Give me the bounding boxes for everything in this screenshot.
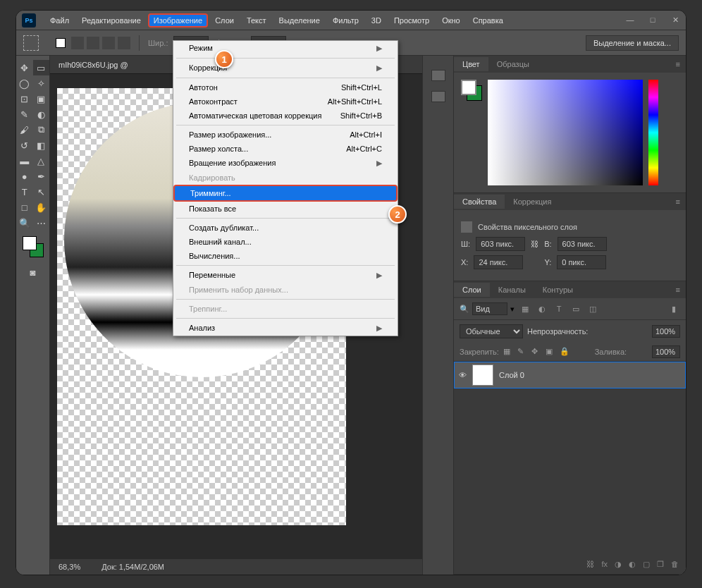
- marquee-tool[interactable]: ▭: [33, 60, 50, 75]
- color-swatch-pair[interactable]: [461, 80, 482, 101]
- menu-item-переменные[interactable]: Переменные▶: [173, 268, 398, 283]
- menu-layers[interactable]: Слои: [209, 13, 240, 27]
- hue-slider[interactable]: [648, 80, 658, 185]
- menu-3d[interactable]: 3D: [366, 13, 387, 27]
- crop-tool[interactable]: ⊡: [16, 91, 33, 106]
- menu-item-анализ[interactable]: Анализ▶: [173, 321, 398, 336]
- frame-tool[interactable]: ▣: [33, 91, 50, 106]
- panel-menu-icon[interactable]: ≡: [670, 197, 686, 206]
- menu-item-режим[interactable]: Режим▶: [173, 41, 398, 56]
- menu-item-вращение-изображения[interactable]: Вращение изображения▶: [173, 156, 398, 171]
- menu-view[interactable]: Просмотр: [388, 13, 435, 27]
- type-tool[interactable]: T: [16, 184, 33, 200]
- menu-item-вычисления-[interactable]: Вычисления...: [173, 249, 398, 263]
- blend-mode-select[interactable]: Обычные: [460, 324, 523, 338]
- brush-tool[interactable]: 🖌: [16, 122, 33, 137]
- close-button[interactable]: ✕: [670, 16, 680, 25]
- selection-new-icon[interactable]: [71, 37, 84, 49]
- lock-position-icon[interactable]: ✥: [531, 347, 541, 357]
- adjustments-tab[interactable]: Коррекция: [505, 195, 560, 209]
- layers-tab[interactable]: Слои: [454, 283, 490, 297]
- select-and-mask-button[interactable]: Выделение и маска...: [586, 35, 679, 51]
- new-layer-icon[interactable]: ❐: [657, 560, 664, 569]
- height-field[interactable]: 603 пикс.: [558, 237, 607, 251]
- panel-menu-icon[interactable]: ≡: [670, 60, 686, 68]
- menu-item-внешний-канал-[interactable]: Внешний канал...: [173, 235, 398, 249]
- paths-tab[interactable]: Контуры: [534, 283, 581, 297]
- mask-icon[interactable]: ◑: [615, 560, 622, 569]
- magic-wand-tool[interactable]: ✧: [33, 75, 50, 91]
- shape-tool[interactable]: □: [16, 200, 33, 215]
- lock-artboard-icon[interactable]: ▣: [546, 347, 555, 357]
- eyedropper-tool[interactable]: ✎: [16, 106, 33, 122]
- clone-stamp-tool[interactable]: ⧉: [33, 122, 50, 137]
- menu-window[interactable]: Окно: [436, 13, 466, 27]
- eraser-tool[interactable]: ◧: [33, 137, 50, 153]
- panel-menu-icon[interactable]: ≡: [670, 286, 686, 294]
- menu-filter[interactable]: Фильтр: [327, 13, 364, 27]
- menu-edit[interactable]: Редактирование: [76, 13, 147, 27]
- minimize-button[interactable]: —: [625, 16, 635, 25]
- menu-item-размер-холста-[interactable]: Размер холста...Alt+Ctrl+C: [173, 142, 398, 156]
- filter-toggle-icon[interactable]: ▮: [667, 302, 680, 315]
- menu-item-показать-все[interactable]: Показать все: [173, 202, 398, 216]
- channels-tab[interactable]: Каналы: [490, 283, 534, 297]
- fill-swatch[interactable]: [56, 38, 66, 48]
- swatches-tab[interactable]: Образцы: [488, 57, 538, 71]
- marquee-tool-icon[interactable]: [23, 35, 39, 51]
- menu-item-коррекция[interactable]: Коррекция▶: [173, 61, 398, 75]
- x-field[interactable]: 24 пикс.: [474, 255, 523, 269]
- properties-tab[interactable]: Свойства: [454, 195, 505, 209]
- visibility-toggle-icon[interactable]: 👁: [459, 371, 467, 379]
- layer-thumbnail[interactable]: [472, 365, 493, 386]
- delete-icon[interactable]: 🗑: [671, 560, 679, 568]
- menu-image[interactable]: Изображение: [148, 13, 208, 27]
- fx-icon[interactable]: fx: [601, 560, 608, 568]
- menu-item-создать-дубликат-[interactable]: Создать дубликат...: [173, 221, 398, 235]
- filter-pixel-icon[interactable]: ▦: [519, 302, 531, 315]
- history-brush-tool[interactable]: ↺: [16, 137, 33, 153]
- history-panel-icon[interactable]: [431, 70, 445, 81]
- menu-item-размер-изображения-[interactable]: Размер изображения...Alt+Ctrl+I: [173, 128, 398, 142]
- foreground-color-swatch[interactable]: [23, 236, 37, 250]
- filter-shape-icon[interactable]: ▭: [569, 302, 582, 315]
- color-spectrum[interactable]: [488, 80, 643, 185]
- path-select-tool[interactable]: ↖: [33, 184, 50, 200]
- quickmask-toggle[interactable]: ◙: [25, 264, 42, 280]
- blur-tool[interactable]: △: [33, 153, 50, 169]
- info-panel-icon[interactable]: [431, 91, 445, 102]
- gradient-tool[interactable]: ▬: [16, 153, 33, 169]
- opacity-field[interactable]: 100%: [652, 325, 680, 338]
- zoom-level[interactable]: 68,3%: [58, 563, 80, 571]
- adjustment-icon[interactable]: ◐: [629, 560, 636, 569]
- menu-file[interactable]: Файл: [44, 13, 75, 27]
- spot-heal-tool[interactable]: ◐: [33, 106, 50, 122]
- fg-swatch[interactable]: [461, 80, 476, 95]
- menu-help[interactable]: Справка: [467, 13, 509, 27]
- layer-filter[interactable]: 🔍 ▾: [460, 302, 515, 315]
- edit-toolbar[interactable]: ⋯: [33, 215, 50, 231]
- pen-tool[interactable]: ✒: [33, 169, 50, 184]
- menu-text[interactable]: Текст: [241, 13, 272, 27]
- color-tab[interactable]: Цвет: [454, 57, 488, 71]
- filter-adjust-icon[interactable]: ◐: [536, 302, 548, 315]
- filter-type-icon[interactable]: T: [553, 302, 565, 315]
- move-tool[interactable]: ✥: [16, 60, 33, 75]
- selection-add-icon[interactable]: [87, 37, 99, 49]
- filter-smart-icon[interactable]: ◫: [586, 302, 599, 315]
- zoom-tool[interactable]: 🔍: [16, 215, 33, 231]
- lasso-tool[interactable]: ◯: [16, 75, 33, 91]
- hand-tool[interactable]: ✋: [33, 200, 50, 215]
- layer-row[interactable]: 👁 Слой 0: [454, 362, 686, 388]
- menu-select[interactable]: Выделение: [273, 13, 326, 27]
- lock-pixels-icon[interactable]: ▦: [503, 347, 513, 357]
- lock-all-icon[interactable]: 🔒: [560, 347, 569, 357]
- y-field[interactable]: 0 пикс.: [557, 255, 606, 269]
- width-field[interactable]: 603 пикс.: [476, 237, 525, 251]
- menu-item-тримминг-[interactable]: Тримминг...: [173, 185, 398, 202]
- menu-item-автотон[interactable]: АвтотонShift+Ctrl+L: [173, 80, 398, 94]
- dodge-tool[interactable]: ●: [16, 169, 33, 184]
- group-icon[interactable]: ▢: [643, 560, 650, 569]
- color-picker[interactable]: [23, 236, 44, 257]
- menu-item-автоконтраст[interactable]: АвтоконтрастAlt+Shift+Ctrl+L: [173, 94, 398, 109]
